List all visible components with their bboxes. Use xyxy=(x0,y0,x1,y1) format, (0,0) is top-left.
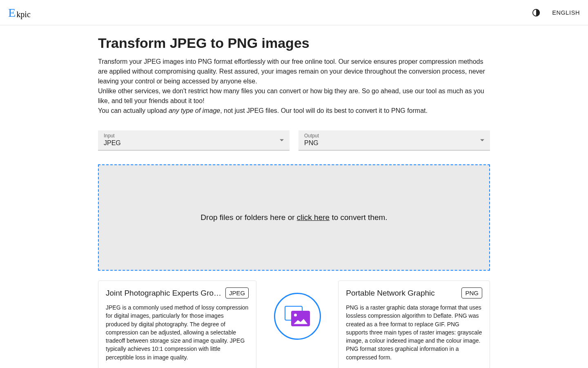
chevron-down-icon xyxy=(280,139,284,141)
description-p2: Unlike other services, we don't restrict… xyxy=(98,86,490,106)
brand-logo-text: kpic xyxy=(16,10,30,19)
input-format-card-title: Joint Photographic Experts Gro… xyxy=(106,289,221,298)
input-format-badge: JPEG xyxy=(225,287,249,298)
dropzone-text: Drop files or folders here or click here… xyxy=(200,213,387,222)
output-format-select[interactable]: Output PNG xyxy=(298,130,490,150)
output-format-card: Portable Network Graphic PNG PNG is a ra… xyxy=(338,280,490,368)
brand-logo-e: E xyxy=(8,7,16,19)
output-format-card-body: PNG is a raster graphic data storage for… xyxy=(346,303,482,361)
page-title: Transform JPEG to PNG images xyxy=(98,35,490,51)
output-format-value: PNG xyxy=(304,139,484,147)
main-content: Transform JPEG to PNG images Transform y… xyxy=(98,25,490,368)
page-description: Transform your JPEG images into PNG form… xyxy=(98,57,490,116)
input-format-value: JPEG xyxy=(104,139,284,147)
output-format-label: Output xyxy=(304,133,484,139)
input-format-card: Joint Photographic Experts Gro… JPEG JPE… xyxy=(98,280,256,368)
header-actions: ENGLISH xyxy=(532,8,580,17)
brand-logo[interactable]: Ekpic xyxy=(8,7,31,19)
chevron-down-icon xyxy=(480,139,484,141)
output-format-badge: PNG xyxy=(461,287,482,298)
input-format-select[interactable]: Input JPEG xyxy=(98,130,290,150)
input-format-label: Input xyxy=(104,133,284,139)
description-p3: You can actually upload any type of imag… xyxy=(98,106,490,116)
format-selects-row: Input JPEG Output PNG xyxy=(98,130,490,150)
format-info-row: Joint Photographic Experts Gro… JPEG JPE… xyxy=(98,280,490,368)
dropzone-click-here-link[interactable]: click here xyxy=(297,213,330,222)
input-format-card-body: JPEG is a commonly used method of lossy … xyxy=(106,303,249,361)
conversion-arrow xyxy=(265,280,330,340)
file-dropzone[interactable]: Drop files or folders here or click here… xyxy=(98,164,490,271)
conversion-icon xyxy=(274,293,321,340)
theme-toggle-icon[interactable] xyxy=(532,8,541,17)
image-front-icon xyxy=(291,311,310,326)
header: Ekpic ENGLISH xyxy=(0,0,588,25)
output-format-card-title: Portable Network Graphic xyxy=(346,289,457,298)
language-button[interactable]: ENGLISH xyxy=(552,9,580,16)
description-p1: Transform your JPEG images into PNG form… xyxy=(98,57,490,86)
